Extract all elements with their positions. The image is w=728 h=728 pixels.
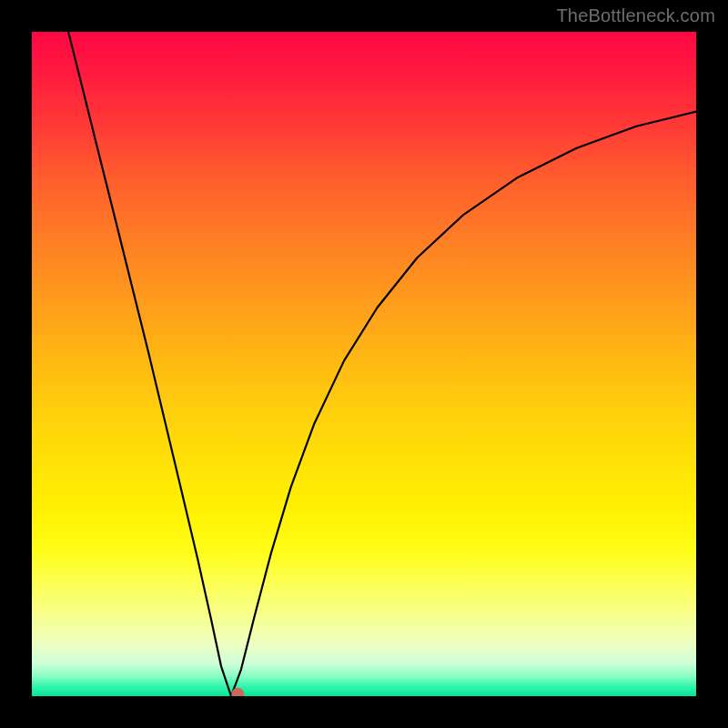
plot-area <box>32 32 696 696</box>
bottleneck-curve <box>68 32 696 696</box>
chart-frame: TheBottleneck.com <box>0 0 728 728</box>
curve-svg <box>32 32 696 696</box>
watermark-text: TheBottleneck.com <box>556 5 715 26</box>
